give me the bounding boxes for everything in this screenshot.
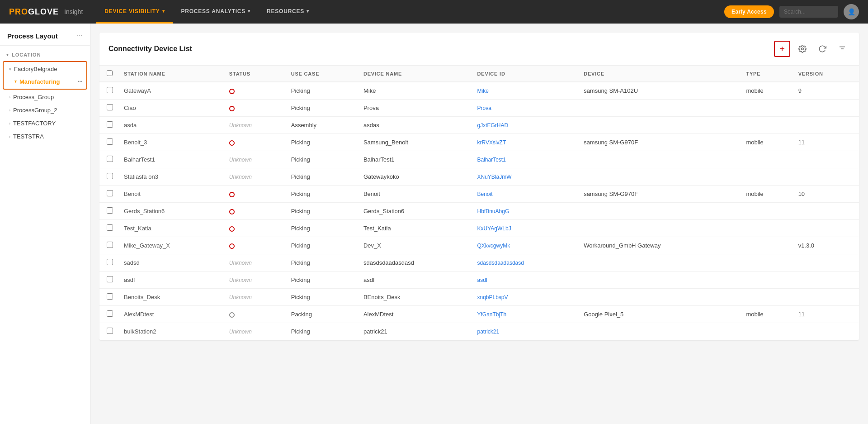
row-checkbox[interactable] [107, 173, 113, 179]
cell-device-id[interactable]: BalharTest1 [472, 151, 579, 168]
configure-icon[interactable] [795, 41, 810, 57]
station-link[interactable]: Benoits_Desk [124, 294, 160, 300]
station-link[interactable]: asda [124, 122, 137, 129]
sidebar-item-manufacturing[interactable]: ▾ Manufacturing ··· [4, 75, 86, 88]
station-link[interactable]: bulkStation2 [124, 328, 156, 335]
device-id-link[interactable]: HbfBnuAbgG [477, 208, 509, 214]
cell-device-id[interactable]: KxUYAgWLbJ [472, 220, 579, 237]
cell-device-name: Test_Katia [358, 220, 472, 237]
station-link[interactable]: GatewayA [124, 87, 151, 94]
station-link[interactable]: Statiasfa on3 [124, 173, 158, 180]
station-link[interactable]: sadsd [124, 259, 140, 266]
device-id-link[interactable]: asdf [477, 277, 488, 283]
cell-device-id[interactable]: Prova [472, 100, 579, 117]
device-id-link[interactable]: patrick21 [477, 329, 500, 335]
device-id-link[interactable]: XNuYBlaJmW [477, 174, 512, 180]
device-id-link[interactable]: BalharTest1 [477, 157, 506, 163]
device-id-link[interactable]: sdasdsdaadasdasd [477, 260, 524, 266]
station-link[interactable]: Benoit_3 [124, 139, 147, 146]
nav-resources[interactable]: RESOURCES ▾ [259, 0, 317, 24]
sidebar: Process Layout ··· ▾ LOCATION ▾ FactoryB… [0, 24, 90, 424]
cell-device-id[interactable]: XNuYBlaJmW [472, 168, 579, 186]
row-checkbox[interactable] [107, 242, 113, 248]
status-offline-icon [229, 243, 235, 249]
cell-station-name[interactable]: Benoit_3 [118, 134, 224, 151]
cell-station-name[interactable]: GatewayA [118, 82, 224, 100]
cell-station-name[interactable]: Mike_Gateway_X [118, 237, 224, 254]
nav-process-analytics[interactable]: PROCESS ANALYTICS ▾ [173, 0, 259, 24]
cell-station-name[interactable]: Test_Katia [118, 220, 224, 237]
station-link[interactable]: Gerds_Station6 [124, 208, 165, 214]
cell-station-name[interactable]: Ciao [118, 100, 224, 117]
row-checkbox[interactable] [107, 224, 113, 231]
cell-station-name[interactable]: Benoits_Desk [118, 289, 224, 306]
cell-station-name[interactable]: AlexMDtest [118, 306, 224, 323]
cell-station-name[interactable]: bulkStation2 [118, 323, 224, 340]
cell-station-name[interactable]: Benoit [118, 186, 224, 203]
cell-station-name[interactable]: asda [118, 117, 224, 134]
sidebar-item-processgroup[interactable]: › Process_Group [0, 91, 90, 104]
add-button[interactable]: + [774, 41, 790, 57]
station-link[interactable]: Test_Katia [124, 225, 151, 232]
cell-type [741, 168, 793, 186]
station-link[interactable]: Benoit [124, 191, 141, 197]
device-id-link[interactable]: YfGanTbjTh [477, 311, 507, 318]
station-link[interactable]: BalharTest1 [124, 156, 155, 163]
refresh-icon[interactable] [815, 41, 830, 57]
station-link[interactable]: Ciao [124, 105, 136, 111]
row-checkbox[interactable] [107, 190, 113, 196]
row-checkbox[interactable] [107, 207, 113, 214]
filter-icon[interactable] [835, 41, 850, 57]
row-checkbox[interactable] [107, 276, 113, 282]
device-id-link[interactable]: xnqbPLbspV [477, 294, 508, 300]
select-all-checkbox[interactable] [107, 70, 113, 76]
row-checkbox[interactable] [107, 328, 113, 334]
cell-station-name[interactable]: Gerds_Station6 [118, 203, 224, 220]
cell-device-id[interactable]: Mike [472, 82, 579, 100]
cell-device-id[interactable]: krRVXslvZT [472, 134, 579, 151]
device-id-link[interactable]: Benoit [477, 191, 493, 197]
cell-device-id[interactable]: asdf [472, 272, 579, 289]
row-checkbox[interactable] [107, 138, 113, 145]
sidebar-item-processgroup2[interactable]: › ProcessGroup_2 [0, 104, 90, 117]
cell-station-name[interactable]: Statiasfa on3 [118, 168, 224, 186]
row-checkbox[interactable] [107, 259, 113, 265]
early-access-button[interactable]: Early Access [724, 5, 774, 18]
cell-device-id[interactable]: xnqbPLbspV [472, 289, 579, 306]
row-checkbox[interactable] [107, 156, 113, 162]
cell-device-id[interactable]: patrick21 [472, 323, 579, 340]
device-id-link[interactable]: QXkvcgwyMk [477, 243, 510, 249]
cell-device-id[interactable]: YfGanTbjTh [472, 306, 579, 323]
device-id-link[interactable]: Prova [477, 105, 491, 111]
row-checkbox[interactable] [107, 310, 113, 317]
cell-device-id[interactable]: QXkvcgwyMk [472, 237, 579, 254]
row-checkbox[interactable] [107, 87, 113, 93]
sidebar-item-factorybelgrade[interactable]: ▾ FactoryBelgrade [4, 63, 86, 75]
avatar[interactable]: 👤 [844, 4, 859, 19]
station-link[interactable]: asdf [124, 276, 135, 283]
cell-device-id[interactable]: gJxtEGrHAD [472, 117, 579, 134]
cell-station-name[interactable]: sadsd [118, 254, 224, 272]
row-checkbox[interactable] [107, 293, 113, 300]
sidebar-options-icon[interactable]: ··· [77, 32, 83, 40]
manufacturing-options-icon[interactable]: ··· [77, 78, 83, 85]
cell-station-name[interactable]: asdf [118, 272, 224, 289]
nav-device-visibility[interactable]: DEVICE VISIBILITY ▾ [96, 0, 173, 24]
device-id-link[interactable]: KxUYAgWLbJ [477, 225, 511, 232]
search-input[interactable] [779, 6, 838, 18]
sidebar-item-teststra[interactable]: › TESTSTRA [0, 130, 90, 143]
cell-device-id[interactable]: sdasdsdaadasdasd [472, 254, 579, 272]
cell-station-name[interactable]: BalharTest1 [118, 151, 224, 168]
cell-device-name: Mike [358, 82, 472, 100]
device-id-link[interactable]: krRVXslvZT [477, 139, 506, 146]
device-id-link[interactable]: gJxtEGrHAD [477, 122, 509, 129]
device-id-link[interactable]: Mike [477, 88, 489, 94]
cell-device-id[interactable]: HbfBnuAbgG [472, 203, 579, 220]
station-link[interactable]: Mike_Gateway_X [124, 242, 170, 249]
row-checkbox-cell [99, 134, 118, 151]
sidebar-item-testfactory[interactable]: › TESTFACTORY [0, 117, 90, 130]
station-link[interactable]: AlexMDtest [124, 311, 154, 318]
row-checkbox[interactable] [107, 121, 113, 128]
cell-device-id[interactable]: Benoit [472, 186, 579, 203]
row-checkbox[interactable] [107, 104, 113, 110]
